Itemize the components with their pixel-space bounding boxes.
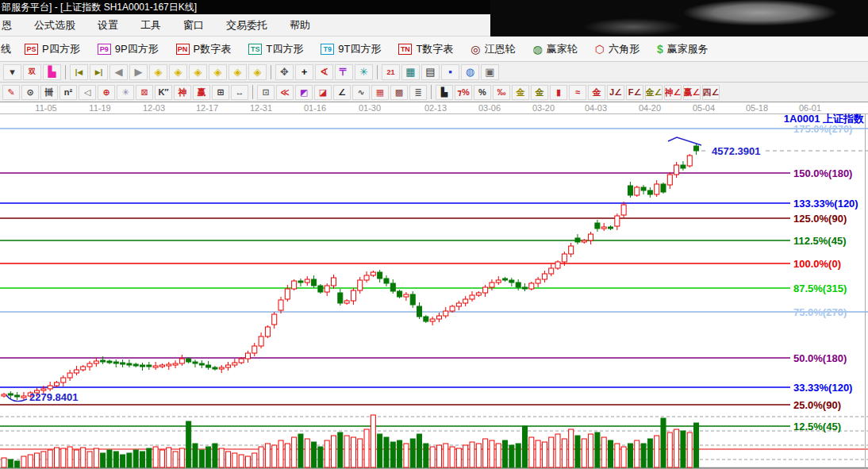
volume-bar <box>48 450 52 467</box>
fan-purple-box-icon[interactable]: ◩ <box>295 85 313 100</box>
menu-item-0[interactable]: 恩 <box>0 14 23 36</box>
si-angle-icon[interactable]: 四∠ <box>702 85 720 100</box>
gann-wheel-icon: ◎ <box>470 44 480 55</box>
ying-angle-icon[interactable]: 赢∠ <box>683 85 701 100</box>
gold-circle-icon[interactable]: 金 <box>512 85 529 100</box>
percent-line-icon[interactable]: ⁊% <box>455 85 472 100</box>
date-tick-label: 05-18 <box>746 103 768 113</box>
calculator-icon[interactable]: ▦ <box>401 64 420 80</box>
t-number-table-button[interactable]: TNT数字表 <box>390 37 462 61</box>
volume-bar <box>549 437 554 467</box>
zoom-h-diamond-icon[interactable]: ◈ <box>189 64 207 80</box>
ying-grid-icon[interactable]: 赢 <box>193 85 210 100</box>
menu-item-4[interactable]: 窗口 <box>172 14 215 36</box>
candle <box>371 272 375 275</box>
width-measure-icon[interactable]: ↔ <box>231 85 248 100</box>
candle <box>140 365 145 367</box>
zigzag-icon[interactable]: ∿ <box>352 85 370 100</box>
web-icon[interactable]: ◍ <box>461 64 479 80</box>
grid-arrow-icon[interactable]: ▩ <box>390 85 408 100</box>
t-square-button[interactable]: TST四方形 <box>240 37 312 61</box>
hand-tool-icon[interactable]: ✥ <box>275 64 294 80</box>
zoom-right-diamond-icon[interactable]: ◈ <box>169 64 187 80</box>
j-angle-icon[interactable]: J∠ <box>607 85 624 100</box>
shen-angle-icon[interactable]: 神∠ <box>664 85 682 100</box>
histogram-tool-icon[interactable]: ▙ <box>43 64 61 80</box>
volume-bar <box>516 444 520 467</box>
candle-flame-icon[interactable]: ▮ <box>550 85 567 100</box>
pattern-tool-icon[interactable]: 双 <box>23 64 41 80</box>
spiderweb-icon[interactable]: ✳ <box>117 85 134 100</box>
n-squared-icon[interactable]: n² <box>60 85 77 100</box>
kline-chart[interactable]: 11-0511-1912-0312-1712-3101-1601-3002-13… <box>0 102 868 469</box>
prev-bar-icon[interactable]: ◀ <box>109 64 128 80</box>
gold-lines-icon[interactable]: 金 <box>531 85 548 100</box>
pencil-tool-icon[interactable]: ✎ <box>2 85 20 100</box>
kline-marks-icon[interactable]: K″ <box>155 85 172 100</box>
zoom-left-diamond-icon[interactable]: ◈ <box>149 64 167 80</box>
p-number-table-button[interactable]: PNP数字表 <box>167 37 240 61</box>
gold-angle-icon[interactable]: 金∠ <box>645 85 663 100</box>
last-bar-icon[interactable]: ▶| <box>90 64 108 80</box>
gold-box-icon[interactable]: 金 <box>588 85 605 100</box>
fan-black-icon[interactable]: ∠ <box>333 85 351 100</box>
target-cross-icon[interactable]: ⊕ <box>98 85 115 100</box>
f-angle-icon[interactable]: F∠ <box>626 85 643 100</box>
menu-item-1[interactable]: 公式选股 <box>23 14 86 36</box>
brain-tool-icon[interactable]: ✳ <box>355 64 373 80</box>
volume-bar <box>390 442 395 467</box>
menu-item-2[interactable]: 设置 <box>86 14 129 36</box>
save-icon[interactable]: ▪ <box>441 64 459 80</box>
candle <box>81 367 86 370</box>
volume-bar <box>245 456 250 467</box>
angle-measure-icon[interactable]: ∢ <box>315 64 333 80</box>
ninep-square-button[interactable]: P99P四方形 <box>89 37 167 61</box>
wave-red-icon[interactable]: ≈ <box>569 85 586 100</box>
gann-t-tool-icon[interactable]: 〒 <box>335 64 353 80</box>
volume-profile-icon[interactable]: ▙ <box>436 85 453 100</box>
menu-item-3[interactable]: 工具 <box>129 14 172 36</box>
calendar-icon[interactable]: 21 <box>382 64 400 80</box>
print-icon[interactable]: ▣ <box>481 64 499 80</box>
gann-box-icon[interactable]: ⊡ <box>257 85 275 100</box>
zoom-x-diamond-icon[interactable]: ◈ <box>209 64 227 80</box>
candle <box>436 316 441 319</box>
notes-icon[interactable]: ▤ <box>421 64 440 80</box>
shen-grid-icon[interactable]: 神 <box>174 85 191 100</box>
comb-lines-icon[interactable]: 卌 <box>40 85 58 100</box>
grid-red-icon[interactable]: ▦ <box>371 85 389 100</box>
menu-item-6[interactable]: 帮助 <box>278 14 321 36</box>
zoom-all-diamond-icon[interactable]: ◈ <box>248 64 267 80</box>
winner-service-button-label: 赢家服务 <box>667 42 709 56</box>
dropdown-caret-icon[interactable]: ▾ <box>3 64 21 80</box>
volume-bar <box>285 444 290 467</box>
winner-service-button[interactable]: $赢家服务 <box>648 37 717 61</box>
next-bar-icon[interactable]: ▶ <box>129 64 148 80</box>
volume-bar <box>332 436 336 467</box>
clock-circle-icon[interactable]: ⊙ <box>21 85 39 100</box>
winner-wheel-button[interactable]: ◍赢家轮 <box>524 37 586 61</box>
p-square-button[interactable]: PSP四方形 <box>16 37 89 61</box>
gann-wheel-button[interactable]: ◎江恩轮 <box>462 37 524 61</box>
permille-icon[interactable]: ‰ <box>493 85 510 100</box>
zoom-plus-diamond-icon[interactable]: ◈ <box>229 64 247 80</box>
angle-flag-icon[interactable]: ◁ <box>79 85 96 100</box>
fan-red-icon[interactable]: ≪ <box>276 85 294 100</box>
first-bar-icon[interactable]: |◀ <box>70 64 88 80</box>
grid-123-icon[interactable]: ⊞ <box>212 85 229 100</box>
ninet-square-button[interactable]: T99T四方形 <box>312 37 390 61</box>
volume-bar <box>153 447 158 467</box>
volume-bar <box>575 436 580 467</box>
spiderweb-box-icon[interactable]: ⊠ <box>136 85 153 100</box>
volume-bar <box>265 444 270 467</box>
crosshair-tool-icon[interactable]: + <box>295 64 313 80</box>
fan-red-box-icon[interactable]: ◪ <box>314 85 332 100</box>
hexagon-button[interactable]: ⬡六角形 <box>586 37 648 61</box>
volume-bar <box>378 434 382 467</box>
date-tick-label: 05-04 <box>693 103 715 113</box>
menu-item-5[interactable]: 交易委托 <box>215 14 278 36</box>
percent-icon[interactable]: % <box>474 85 491 100</box>
candle <box>667 175 672 185</box>
parallel-lines-icon[interactable]: ≣ <box>409 85 427 100</box>
volume-bar <box>21 456 26 467</box>
